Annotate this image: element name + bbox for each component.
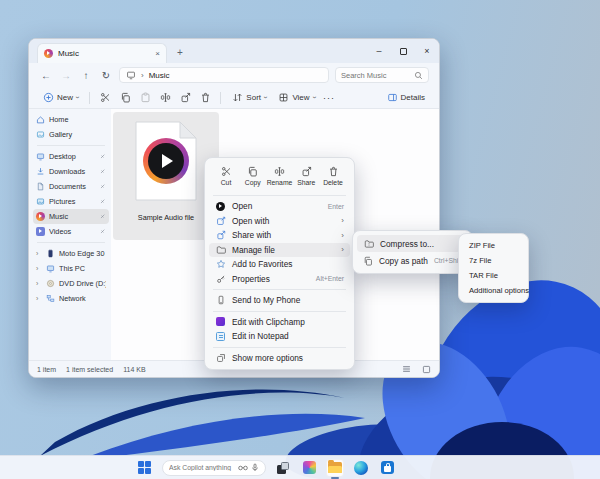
- new-plus-icon: [43, 92, 54, 103]
- microphone-icon[interactable]: [251, 463, 259, 472]
- share-button[interactable]: [177, 90, 193, 106]
- menu-item-share-with[interactable]: Share with ›: [209, 228, 350, 243]
- submenu-item-7z-file[interactable]: 7z File: [463, 253, 524, 268]
- details-button[interactable]: Details: [383, 90, 429, 105]
- minimize-button[interactable]: –: [367, 39, 391, 63]
- forward-icon[interactable]: →: [59, 70, 73, 81]
- sidebar-item-videos[interactable]: Videos: [33, 224, 109, 239]
- titlebar[interactable]: Music × + – ×: [29, 39, 439, 63]
- menu-item-open-with[interactable]: Open with ›: [209, 214, 350, 229]
- breadcrumb[interactable]: › Music: [119, 67, 329, 83]
- sidebar-item-this-pc[interactable]: › This PC: [33, 261, 109, 276]
- submenu-item-copy-as-path[interactable]: Copy as path Ctrl+Shift+C: [357, 252, 468, 269]
- compress-to-submenu: ZIP File 7z File TAR File Additional opt…: [458, 233, 529, 303]
- star-icon: [216, 259, 226, 269]
- sidebar-item-dvd-drive[interactable]: › DVD Drive (D:) CCC: [33, 276, 109, 291]
- sort-button[interactable]: Sort ›: [228, 90, 270, 105]
- cut-button[interactable]: [97, 90, 113, 106]
- menu-item-manage-file[interactable]: Manage file ›: [209, 243, 350, 258]
- view-button[interactable]: View ›: [274, 90, 319, 105]
- sidebar-item-desktop[interactable]: Desktop: [33, 149, 109, 164]
- close-button[interactable]: ×: [415, 39, 439, 63]
- explorer-tab-music[interactable]: Music ×: [37, 43, 167, 63]
- sort-label: Sort: [246, 93, 261, 102]
- context-menu: Cut Copy Rename: [204, 157, 355, 370]
- menu-item-open[interactable]: Open Enter: [209, 199, 350, 214]
- toolbar-divider: [220, 92, 221, 104]
- maximize-button[interactable]: [391, 39, 415, 63]
- quick-actions-row: Cut Copy Rename: [209, 162, 350, 192]
- menu-item-edit-with-clipchamp[interactable]: Edit with Clipchamp: [209, 315, 350, 330]
- submenu-item-tar-file[interactable]: TAR File: [463, 268, 524, 283]
- notepad-icon: [216, 332, 225, 341]
- breadcrumb-location[interactable]: Music: [149, 71, 170, 80]
- sidebar-item-downloads[interactable]: Downloads: [33, 164, 109, 179]
- back-icon[interactable]: ←: [39, 70, 53, 81]
- pictures-icon: [36, 197, 45, 206]
- taskbar-center: [136, 459, 396, 477]
- trash-icon: [200, 92, 211, 103]
- menu-divider: [213, 311, 346, 312]
- submenu-item-compress-to[interactable]: Compress to... ›: [357, 235, 468, 252]
- chevron-down-icon: ›: [310, 96, 317, 98]
- delete-button[interactable]: [197, 90, 213, 106]
- tab-close-icon[interactable]: ×: [155, 50, 160, 58]
- file-explorer-button[interactable]: [326, 459, 344, 477]
- task-view-button[interactable]: [274, 459, 292, 477]
- sidebar-item-documents[interactable]: Documents: [33, 179, 109, 194]
- sidebar-item-gallery[interactable]: Gallery: [33, 127, 109, 142]
- home-icon: [36, 115, 45, 124]
- share-quick-button[interactable]: Share: [293, 164, 319, 188]
- expander-icon[interactable]: ›: [36, 250, 42, 257]
- menu-item-show-more-options[interactable]: Show more options: [209, 351, 350, 366]
- cut-quick-button[interactable]: Cut: [213, 164, 239, 188]
- sidebar-item-network[interactable]: › Network: [33, 291, 109, 306]
- paste-button[interactable]: [137, 90, 153, 106]
- rename-quick-button[interactable]: Rename: [267, 164, 293, 188]
- manage-file-icon: [216, 245, 226, 255]
- rename-icon: [274, 166, 285, 177]
- sidebar-item-phone-device[interactable]: › Moto Edge 30 Neo: [33, 246, 109, 261]
- details-view-toggle[interactable]: [401, 365, 411, 374]
- expander-icon[interactable]: ›: [36, 295, 42, 302]
- open-with-icon: [216, 216, 226, 226]
- photos-button[interactable]: [300, 459, 318, 477]
- menu-item-properties[interactable]: Properties Alt+Enter: [209, 272, 350, 287]
- start-button[interactable]: [136, 459, 154, 477]
- details-label: Details: [401, 93, 425, 102]
- submenu-item-zip-file[interactable]: ZIP File: [463, 238, 524, 253]
- item-count: 1 item: [37, 366, 56, 373]
- menu-item-add-to-favorites[interactable]: Add to Favorites: [209, 257, 350, 272]
- desktop-icon: [36, 152, 45, 161]
- large-icons-view-toggle[interactable]: [421, 365, 431, 374]
- taskbar-search-box[interactable]: [162, 460, 266, 476]
- expander-icon[interactable]: ›: [36, 265, 42, 272]
- up-icon[interactable]: ↑: [79, 70, 93, 81]
- sidebar-item-music[interactable]: Music: [33, 209, 109, 224]
- copilot-search-input[interactable]: [169, 464, 235, 471]
- sidebar-item-home[interactable]: Home: [33, 112, 109, 127]
- more-options-icon[interactable]: ···: [323, 93, 335, 103]
- this-pc-icon: [46, 264, 55, 273]
- microsoft-store-button[interactable]: [378, 459, 396, 477]
- search-box[interactable]: [335, 67, 429, 83]
- new-tab-button[interactable]: +: [177, 48, 183, 58]
- sidebar-item-pictures[interactable]: Pictures: [33, 194, 109, 209]
- desktop: Music × + – × ← → ↑ ↻ › Music: [0, 0, 600, 479]
- expander-icon[interactable]: ›: [36, 280, 42, 287]
- copy-button[interactable]: [117, 90, 133, 106]
- view-icon: [278, 92, 289, 103]
- copy-quick-button[interactable]: Copy: [240, 164, 266, 188]
- play-triangle-icon: [148, 143, 184, 179]
- search-input[interactable]: [341, 71, 411, 80]
- menu-item-edit-in-notepad[interactable]: Edit in Notepad: [209, 329, 350, 344]
- submenu-item-additional-options[interactable]: Additional options: [463, 283, 524, 298]
- refresh-icon[interactable]: ↻: [99, 70, 113, 81]
- navigation-bar: ← → ↑ ↻ › Music: [29, 63, 439, 87]
- rename-button[interactable]: [157, 90, 173, 106]
- pin-icon: [99, 198, 106, 205]
- menu-item-send-to-my-phone[interactable]: Send to My Phone: [209, 293, 350, 308]
- delete-quick-button[interactable]: Delete: [320, 164, 346, 188]
- edge-button[interactable]: [352, 459, 370, 477]
- new-button[interactable]: New ›: [39, 90, 82, 105]
